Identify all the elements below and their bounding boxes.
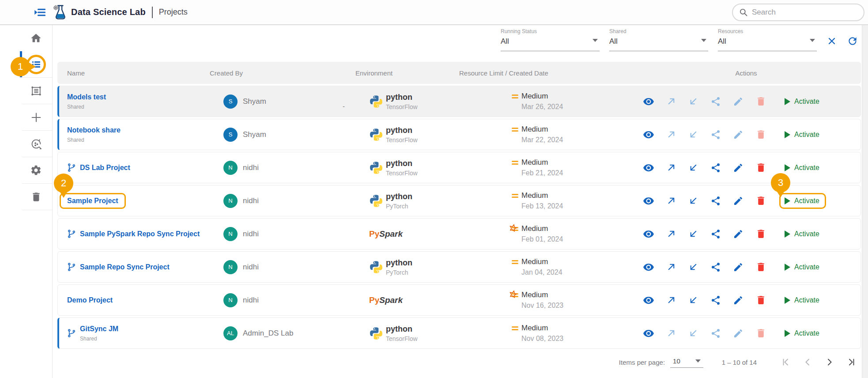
search-box[interactable] bbox=[732, 4, 864, 21]
view-button[interactable] bbox=[643, 228, 654, 240]
edit-button[interactable] bbox=[733, 262, 743, 272]
filter-resources[interactable]: Resources All bbox=[718, 27, 817, 51]
eye-icon bbox=[643, 328, 654, 339]
delete-button[interactable] bbox=[755, 261, 766, 272]
project-name-link[interactable]: Models test bbox=[67, 93, 106, 101]
import-button[interactable] bbox=[688, 295, 698, 305]
previous-page-button[interactable] bbox=[800, 355, 815, 370]
filter-running-status[interactable]: Running Status All bbox=[501, 27, 600, 51]
created-date: Feb 13, 2024 bbox=[521, 202, 643, 210]
project-name-link[interactable]: Sample Repo Sync Project bbox=[80, 263, 170, 271]
export-button[interactable] bbox=[666, 295, 676, 305]
activate-button[interactable]: Activate bbox=[785, 263, 819, 271]
created-date: Nov 16, 2023 bbox=[521, 302, 643, 310]
edit-button[interactable] bbox=[733, 129, 743, 140]
next-page-button[interactable] bbox=[822, 355, 837, 370]
first-page-button[interactable] bbox=[778, 355, 793, 370]
share-button[interactable] bbox=[710, 262, 721, 272]
share-button[interactable] bbox=[710, 295, 721, 306]
share-button[interactable] bbox=[710, 129, 721, 140]
sidebar-item-projects[interactable]: 1 bbox=[0, 51, 52, 77]
clear-filters-button[interactable] bbox=[826, 36, 837, 46]
view-button[interactable] bbox=[643, 261, 654, 273]
export-button[interactable] bbox=[666, 163, 676, 173]
view-button[interactable] bbox=[643, 129, 654, 140]
search-input[interactable] bbox=[752, 8, 853, 17]
import-button[interactable] bbox=[688, 163, 698, 173]
share-button[interactable] bbox=[710, 196, 721, 206]
delete-button[interactable] bbox=[755, 96, 766, 107]
edit-button[interactable] bbox=[733, 229, 743, 239]
share-button[interactable] bbox=[710, 163, 721, 173]
sidebar-item-settings[interactable] bbox=[0, 157, 52, 183]
activate-button[interactable]: Activate bbox=[785, 230, 819, 238]
top-bar: Data Science Lab Projects bbox=[0, 0, 868, 25]
view-button[interactable] bbox=[643, 295, 654, 306]
export-button[interactable] bbox=[666, 96, 676, 106]
delete-button[interactable] bbox=[755, 162, 766, 173]
export-button[interactable] bbox=[666, 229, 676, 239]
sidebar-item-runs[interactable] bbox=[0, 131, 52, 157]
arrow-down-left-icon bbox=[688, 229, 698, 239]
activate-button[interactable]: Activate bbox=[785, 98, 819, 106]
python-logo-icon bbox=[369, 128, 383, 142]
activate-button[interactable]: Activate bbox=[785, 329, 819, 337]
sidebar-item-home[interactable] bbox=[0, 25, 52, 51]
medium-resource-icon bbox=[512, 194, 518, 198]
delete-button[interactable] bbox=[755, 195, 766, 206]
sidebar-item-add-new[interactable] bbox=[0, 104, 52, 130]
actions-cell: Activate bbox=[643, 129, 860, 140]
import-button[interactable] bbox=[688, 129, 698, 140]
delete-button[interactable] bbox=[755, 328, 766, 339]
export-button[interactable] bbox=[666, 328, 676, 338]
import-button[interactable] bbox=[688, 262, 698, 272]
export-button[interactable] bbox=[666, 262, 676, 272]
project-name-cell: Demo Project bbox=[67, 296, 223, 304]
share-button[interactable] bbox=[710, 96, 721, 107]
view-button[interactable] bbox=[643, 162, 654, 174]
edit-button[interactable] bbox=[733, 163, 743, 173]
resource-limit: Medium bbox=[521, 158, 548, 167]
import-button[interactable] bbox=[688, 229, 698, 239]
import-button[interactable] bbox=[688, 96, 698, 106]
delete-button[interactable] bbox=[755, 129, 766, 140]
sidebar-item-pipelines[interactable] bbox=[0, 78, 52, 104]
project-name-link[interactable]: GitSync JM bbox=[80, 325, 118, 333]
delete-button[interactable] bbox=[755, 228, 766, 239]
breadcrumb-page: Projects bbox=[159, 8, 188, 17]
project-name-link[interactable]: Notebook share bbox=[67, 126, 121, 134]
share-button[interactable] bbox=[710, 328, 721, 339]
delete-button[interactable] bbox=[755, 295, 766, 306]
activate-button[interactable]: Activate bbox=[785, 296, 819, 304]
project-name-link[interactable]: DS Lab Project bbox=[80, 164, 130, 171]
resource-cell: Medium Feb 21, 2024 bbox=[512, 158, 643, 177]
activate-button[interactable]: Activate bbox=[785, 164, 819, 172]
project-name-link[interactable]: Demo Project bbox=[67, 296, 113, 304]
eye-icon bbox=[643, 96, 654, 107]
activate-button[interactable]: Activate bbox=[785, 131, 819, 139]
view-button[interactable] bbox=[643, 328, 654, 339]
settings-gear-icon bbox=[30, 164, 42, 176]
items-per-page-select[interactable]: 10 bbox=[670, 356, 703, 368]
activate-button[interactable]: 3 Activate bbox=[779, 193, 826, 209]
edit-button[interactable] bbox=[733, 96, 743, 107]
vertical-scrollbar[interactable] bbox=[862, 25, 868, 378]
view-button[interactable] bbox=[643, 195, 654, 207]
import-button[interactable] bbox=[688, 196, 698, 206]
last-page-button[interactable] bbox=[844, 355, 859, 370]
project-name-link[interactable]: Sample PySpark Repo Sync Project bbox=[80, 230, 200, 238]
export-button[interactable] bbox=[666, 196, 676, 206]
edit-button[interactable] bbox=[733, 196, 743, 206]
refresh-button[interactable] bbox=[847, 35, 858, 47]
filter-shared[interactable]: Shared All bbox=[609, 27, 708, 51]
edit-button[interactable] bbox=[733, 295, 743, 306]
view-button[interactable] bbox=[643, 96, 654, 107]
sidebar-item-trash[interactable] bbox=[0, 184, 52, 210]
export-button[interactable] bbox=[666, 129, 676, 140]
menu-open-icon[interactable] bbox=[32, 5, 47, 20]
project-name-link[interactable]: Sample Project bbox=[67, 197, 118, 204]
import-button[interactable] bbox=[688, 328, 698, 338]
edit-button[interactable] bbox=[733, 328, 743, 339]
share-button[interactable] bbox=[710, 229, 721, 239]
activate-label: Activate bbox=[794, 329, 819, 337]
